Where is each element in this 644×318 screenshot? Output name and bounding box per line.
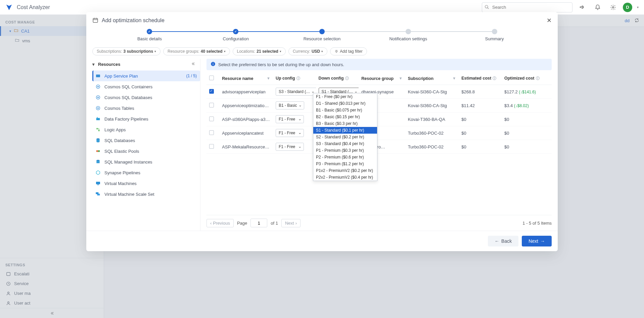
search-icon [485,5,489,10]
table-row: Appserviceplancatest F1 - Free Turbo360-… [206,126,552,140]
step-dot[interactable] [319,29,325,34]
up-config-select[interactable]: F1 - Free [276,143,304,151]
dropdown-option[interactable]: P2v2 - PremiumV2 ($0.4 per hr) [313,174,377,181]
subscription-cell: Kovai-Sl360-CA-Stg [405,99,459,112]
dropdown-option[interactable]: B1 - Basic ($0.075 per hr) [313,107,377,113]
resource-type-item[interactable]: Data Factory Pipelines [92,113,200,124]
resource-name-cell: ASP-MekalaResourcegro… [219,140,273,154]
notifications-icon[interactable] [592,2,603,13]
prev-button[interactable]: ‹ Previous [206,219,234,227]
svg-rect-7 [93,18,98,22]
estimated-cost-cell: $11.42 [459,99,502,112]
vm-icon [95,180,101,186]
checkbox-all[interactable] [209,76,214,80]
dropdown-option[interactable]: S2 - Standard ($0.2 per hr) [313,134,377,140]
optimized-cost-cell: $3.4 (↓$8.02) [502,99,552,112]
step-dot[interactable] [233,29,238,34]
dropdown-option[interactable]: P1 - Premium ($0.3 per hr) [313,147,377,154]
settings-icon[interactable] [607,2,619,13]
info-icon[interactable]: ⓘ [345,76,349,80]
resource-type-item[interactable]: App Service Plan (1 / 5) [92,71,200,81]
subscription-cell: Turbo360-POC-02 [405,126,459,140]
chip-currency[interactable]: Currency: USD▾ [288,47,327,55]
chip-subscriptions[interactable]: Subscriptions: 3 subscriptions▾ [92,47,160,55]
svg-point-12 [97,97,99,98]
up-config-select[interactable]: B1 - Basic [276,101,304,109]
elasticpool-icon [95,148,101,154]
info-icon[interactable]: ⓘ [536,76,540,80]
step-dot[interactable] [147,29,152,34]
chip-locations[interactable]: Locations: 21 selected▾ [233,47,286,55]
row-checkbox[interactable] [209,103,214,107]
close-icon[interactable]: ✕ [547,17,552,24]
svg-point-2 [612,6,614,8]
chip-resource-groups[interactable]: Resource groups: 40 selected▾ [163,47,230,55]
dropdown-option[interactable]: P3v2 - PremiumV2 ($0.8 per hr) [313,181,377,181]
estimated-cost-cell: $268.8 [459,85,502,99]
modal-footer: ← Back Next → [86,231,558,251]
svg-point-10 [97,86,99,87]
resource-name-cell: advisorappserviceplan [219,85,273,99]
resource-name-cell: ASP-sl360APIapps-a387 [219,112,273,126]
svg-rect-16 [97,117,98,118]
next-button[interactable]: Next › [281,219,301,227]
search-input[interactable] [482,2,572,12]
resource-type-item[interactable]: SQL Elastic Pools [92,146,200,156]
row-checkbox[interactable] [209,117,214,121]
app-title: Cost Analyzer [17,4,50,10]
svg-point-0 [485,5,488,8]
dropdown-option[interactable]: F1 - Free ($0 per hr) [313,93,377,100]
up-config-select[interactable]: F1 - Free [276,115,304,123]
dropdown-option[interactable]: P1v2 - PremiumV2 ($0.2 per hr) [313,167,377,174]
resource-type-item[interactable]: SQL Managed Instances [92,156,200,167]
dropdown-option[interactable]: P3 - Premium ($1.2 per hr) [313,161,377,167]
chip-add-tag[interactable]: Add tag filter [330,47,367,55]
info-icon[interactable]: ⓘ [296,76,300,80]
resource-type-item[interactable]: Cosmos SQL Containers [92,81,200,92]
up-config-select[interactable]: S3 - Standard (… [276,88,316,96]
filter-icon[interactable]: ▼ [452,76,456,80]
row-checkbox[interactable] [209,144,214,149]
step-dot[interactable] [406,29,411,34]
estimated-cost-cell: $0 [459,140,502,154]
chevron-down-icon[interactable]: ▾ [637,5,639,9]
up-config-select[interactable]: F1 - Free [276,129,304,137]
svg-point-21 [98,150,100,152]
dropdown-option[interactable]: B2 - Basic ($0.15 per hr) [313,113,377,120]
info-banner: Select the preferred tiers to be set dur… [206,59,552,70]
resource-type-item[interactable]: Virtual Machine Scale Set [92,189,200,199]
dropdown-option[interactable]: S3 - Standard ($0.4 per hr) [313,140,377,147]
resource-type-item[interactable]: Cosmos SQL Databases [92,92,200,103]
dropdown-option[interactable]: B3 - Basic ($0.3 per hr) [313,120,377,127]
filter-icon[interactable]: ▼ [267,76,270,80]
filter-icon[interactable]: ▼ [399,76,403,80]
resource-type-item[interactable]: Logic Apps [92,124,200,135]
resource-type-item[interactable]: SQL Databases [92,135,200,146]
collapse-panel-icon[interactable] [191,61,195,67]
dropdown-option[interactable]: S1 - Standard ($0.1 per hr) [313,127,377,134]
logicapps-icon [95,127,101,133]
pagination-range: 1 - 5 of 5 Items [522,221,552,226]
row-checkbox[interactable] [209,89,214,94]
dropdown-option[interactable]: D1 - Shared ($0.013 per hr) [313,100,377,107]
global-search[interactable] [482,2,572,12]
dropdown-option[interactable]: P2 - Premium ($0.6 per hr) [313,154,377,161]
chevron-down-icon[interactable]: ▾ [92,62,95,67]
sqlmi-icon [95,159,101,165]
page-input[interactable] [250,219,267,227]
step-dot[interactable] [492,29,497,34]
next-button[interactable]: Next → [522,236,552,246]
resource-type-item[interactable]: Synapse Pipelines [92,167,200,178]
tier-dropdown[interactable]: F1 - Free ($0 per hr)D1 - Shared ($0.013… [313,93,377,181]
row-checkbox[interactable] [209,130,214,135]
svg-point-14 [97,107,99,109]
resource-type-item[interactable]: Virtual Machines [92,178,200,189]
announcements-icon[interactable] [577,2,588,13]
synapse-icon [95,170,101,176]
back-button[interactable]: ← Back [488,236,518,246]
svg-rect-23 [96,161,99,163]
modal-header: Add optimization schedule ✕ [86,12,558,29]
resource-type-item[interactable]: Cosmos Tables [92,103,200,113]
avatar[interactable]: D [623,3,632,12]
info-icon[interactable]: ⓘ [493,76,496,80]
